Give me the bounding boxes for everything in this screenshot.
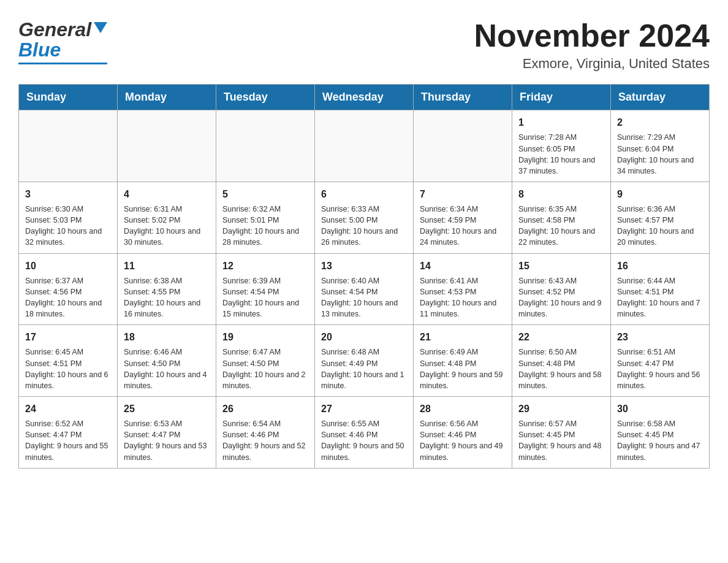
day-number: 24 — [25, 402, 111, 416]
day-number: 9 — [617, 187, 703, 201]
page-title: November 2024 — [474, 18, 710, 53]
day-info: Sunrise: 6:40 AMSunset: 4:54 PMDaylight:… — [321, 275, 407, 320]
day-info: Sunrise: 6:43 AMSunset: 4:52 PMDaylight:… — [518, 275, 604, 320]
title-block: November 2024 Exmore, Virginia, United S… — [474, 18, 710, 72]
table-row: 18Sunrise: 6:46 AMSunset: 4:50 PMDayligh… — [118, 325, 216, 397]
day-number: 19 — [222, 330, 308, 344]
table-row: 22Sunrise: 6:50 AMSunset: 4:48 PMDayligh… — [512, 325, 611, 397]
day-number: 25 — [124, 402, 210, 416]
day-info: Sunrise: 6:35 AMSunset: 4:58 PMDaylight:… — [518, 204, 604, 248]
table-row: 27Sunrise: 6:55 AMSunset: 4:46 PMDayligh… — [315, 396, 414, 468]
table-row: 11Sunrise: 6:38 AMSunset: 4:55 PMDayligh… — [118, 253, 216, 325]
calendar-week-row: 17Sunrise: 6:45 AMSunset: 4:51 PMDayligh… — [19, 325, 710, 397]
day-number: 26 — [222, 402, 308, 416]
day-info: Sunrise: 6:55 AMSunset: 4:46 PMDaylight:… — [321, 418, 407, 463]
day-number: 16 — [617, 259, 703, 273]
calendar-table: Sunday Monday Tuesday Wednesday Thursday… — [18, 84, 710, 468]
day-info: Sunrise: 6:36 AMSunset: 4:57 PMDaylight:… — [617, 204, 703, 248]
table-row: 9Sunrise: 6:36 AMSunset: 4:57 PMDaylight… — [611, 182, 710, 253]
table-row — [19, 110, 118, 182]
table-row: 29Sunrise: 6:57 AMSunset: 4:45 PMDayligh… — [512, 396, 611, 468]
day-info: Sunrise: 6:46 AMSunset: 4:50 PMDaylight:… — [124, 347, 210, 391]
table-row — [315, 110, 414, 182]
day-info: Sunrise: 6:33 AMSunset: 5:00 PMDaylight:… — [321, 204, 407, 248]
day-number: 4 — [124, 187, 210, 201]
table-row — [216, 110, 315, 182]
table-row: 14Sunrise: 6:41 AMSunset: 4:53 PMDayligh… — [414, 253, 512, 325]
day-info: Sunrise: 6:44 AMSunset: 4:51 PMDaylight:… — [617, 275, 703, 320]
table-row: 23Sunrise: 6:51 AMSunset: 4:47 PMDayligh… — [611, 325, 710, 397]
day-info: Sunrise: 6:31 AMSunset: 5:02 PMDaylight:… — [124, 204, 210, 248]
table-row: 30Sunrise: 6:58 AMSunset: 4:45 PMDayligh… — [611, 396, 710, 468]
day-number: 29 — [518, 402, 604, 416]
table-row: 1Sunrise: 7:28 AMSunset: 6:05 PMDaylight… — [512, 110, 611, 182]
logo: General Blue — [18, 18, 107, 64]
day-number: 11 — [124, 259, 210, 273]
day-number: 13 — [321, 259, 407, 273]
day-info: Sunrise: 6:54 AMSunset: 4:46 PMDaylight:… — [222, 418, 308, 463]
calendar-header-row: Sunday Monday Tuesday Wednesday Thursday… — [19, 85, 710, 110]
svg-marker-0 — [94, 22, 107, 33]
day-number: 20 — [321, 330, 407, 344]
table-row: 19Sunrise: 6:47 AMSunset: 4:50 PMDayligh… — [216, 325, 315, 397]
table-row: 20Sunrise: 6:48 AMSunset: 4:49 PMDayligh… — [315, 325, 414, 397]
calendar-week-row: 24Sunrise: 6:52 AMSunset: 4:47 PMDayligh… — [19, 396, 710, 468]
page-header: General Blue November 2024 Exmore, Virgi… — [18, 18, 710, 72]
table-row: 17Sunrise: 6:45 AMSunset: 4:51 PMDayligh… — [19, 325, 118, 397]
day-number: 12 — [222, 259, 308, 273]
day-number: 7 — [420, 187, 506, 201]
calendar-week-row: 1Sunrise: 7:28 AMSunset: 6:05 PMDaylight… — [19, 110, 710, 182]
day-number: 28 — [420, 402, 506, 416]
col-monday: Monday — [118, 85, 216, 110]
day-info: Sunrise: 6:48 AMSunset: 4:49 PMDaylight:… — [321, 347, 407, 391]
col-saturday: Saturday — [611, 85, 710, 110]
table-row: 26Sunrise: 6:54 AMSunset: 4:46 PMDayligh… — [216, 396, 315, 468]
col-wednesday: Wednesday — [315, 85, 414, 110]
day-number: 1 — [518, 115, 604, 129]
day-number: 23 — [617, 330, 703, 344]
table-row: 21Sunrise: 6:49 AMSunset: 4:48 PMDayligh… — [414, 325, 512, 397]
table-row: 15Sunrise: 6:43 AMSunset: 4:52 PMDayligh… — [512, 253, 611, 325]
col-sunday: Sunday — [19, 85, 118, 110]
day-number: 8 — [518, 187, 604, 201]
table-row: 25Sunrise: 6:53 AMSunset: 4:47 PMDayligh… — [118, 396, 216, 468]
day-number: 5 — [222, 187, 308, 201]
logo-blue-text: Blue — [18, 39, 61, 61]
calendar-week-row: 3Sunrise: 6:30 AMSunset: 5:03 PMDaylight… — [19, 182, 710, 253]
day-number: 18 — [124, 330, 210, 344]
day-info: Sunrise: 6:38 AMSunset: 4:55 PMDaylight:… — [124, 275, 210, 320]
day-info: Sunrise: 6:41 AMSunset: 4:53 PMDaylight:… — [420, 275, 506, 320]
day-number: 27 — [321, 402, 407, 416]
col-friday: Friday — [512, 85, 611, 110]
col-tuesday: Tuesday — [216, 85, 315, 110]
day-info: Sunrise: 6:47 AMSunset: 4:50 PMDaylight:… — [222, 347, 308, 391]
table-row: 16Sunrise: 6:44 AMSunset: 4:51 PMDayligh… — [611, 253, 710, 325]
day-info: Sunrise: 6:50 AMSunset: 4:48 PMDaylight:… — [518, 347, 604, 391]
day-info: Sunrise: 6:56 AMSunset: 4:46 PMDaylight:… — [420, 418, 506, 463]
day-info: Sunrise: 6:52 AMSunset: 4:47 PMDaylight:… — [25, 418, 111, 463]
day-info: Sunrise: 6:49 AMSunset: 4:48 PMDaylight:… — [420, 347, 506, 391]
table-row: 2Sunrise: 7:29 AMSunset: 6:04 PMDaylight… — [611, 110, 710, 182]
table-row: 7Sunrise: 6:34 AMSunset: 4:59 PMDaylight… — [414, 182, 512, 253]
day-info: Sunrise: 7:28 AMSunset: 6:05 PMDaylight:… — [518, 132, 604, 177]
day-number: 3 — [25, 187, 111, 201]
day-info: Sunrise: 6:51 AMSunset: 4:47 PMDaylight:… — [617, 347, 703, 391]
day-info: Sunrise: 6:30 AMSunset: 5:03 PMDaylight:… — [25, 204, 111, 248]
table-row: 6Sunrise: 6:33 AMSunset: 5:00 PMDaylight… — [315, 182, 414, 253]
day-number: 14 — [420, 259, 506, 273]
table-row: 10Sunrise: 6:37 AMSunset: 4:56 PMDayligh… — [19, 253, 118, 325]
day-info: Sunrise: 6:45 AMSunset: 4:51 PMDaylight:… — [25, 347, 111, 391]
day-info: Sunrise: 7:29 AMSunset: 6:04 PMDaylight:… — [617, 132, 703, 177]
table-row: 28Sunrise: 6:56 AMSunset: 4:46 PMDayligh… — [414, 396, 512, 468]
day-info: Sunrise: 6:53 AMSunset: 4:47 PMDaylight:… — [124, 418, 210, 463]
table-row: 3Sunrise: 6:30 AMSunset: 5:03 PMDaylight… — [19, 182, 118, 253]
page-subtitle: Exmore, Virginia, United States — [474, 56, 710, 72]
calendar-week-row: 10Sunrise: 6:37 AMSunset: 4:56 PMDayligh… — [19, 253, 710, 325]
day-info: Sunrise: 6:57 AMSunset: 4:45 PMDaylight:… — [518, 418, 604, 463]
table-row — [118, 110, 216, 182]
day-info: Sunrise: 6:58 AMSunset: 4:45 PMDaylight:… — [617, 418, 703, 463]
table-row: 24Sunrise: 6:52 AMSunset: 4:47 PMDayligh… — [19, 396, 118, 468]
table-row: 13Sunrise: 6:40 AMSunset: 4:54 PMDayligh… — [315, 253, 414, 325]
day-number: 17 — [25, 330, 111, 344]
table-row: 5Sunrise: 6:32 AMSunset: 5:01 PMDaylight… — [216, 182, 315, 253]
